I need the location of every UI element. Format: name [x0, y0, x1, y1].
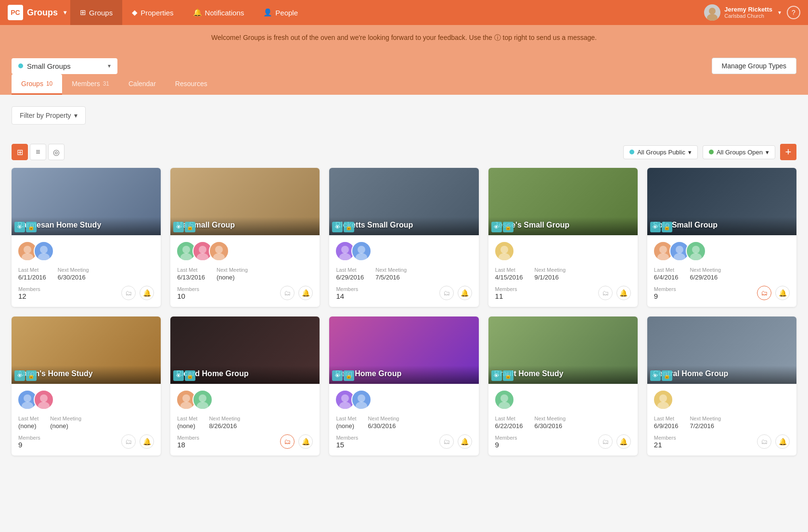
plan-center-button[interactable]: 🗂: [121, 286, 136, 300]
banner-text: Welcome! Groups is fresh out of the oven…: [211, 34, 597, 41]
plan-center-button[interactable]: 🗂: [439, 434, 454, 449]
map-view-button[interactable]: ◎: [48, 144, 64, 160]
group-type-selector[interactable]: Small Groups ▾: [12, 58, 117, 74]
svg-point-19: [657, 253, 669, 260]
last-met-value: 6/11/2016: [18, 274, 46, 281]
card-meta-row: Last Met (none) Next Meeting 6/30/2016: [336, 416, 472, 430]
notification-button[interactable]: 🔔: [616, 286, 631, 300]
nav-items: ⊞ Groups ◆ Properties 🔔 Notifications 👤 …: [70, 0, 308, 25]
add-group-button[interactable]: +: [780, 144, 796, 160]
tabs: Groups 10 Members 31 Calendar Resources: [12, 74, 796, 95]
lock-badge: 🔓: [503, 222, 513, 232]
nav-logo[interactable]: PC Groups ▾: [8, 5, 66, 20]
manage-group-types-button[interactable]: Manage Group Types: [712, 58, 796, 74]
svg-point-2: [24, 246, 31, 253]
nav-people-label: People: [275, 9, 298, 17]
members-info: Members 18: [177, 435, 199, 449]
group-card-solo[interactable]: 👁 🔓 Solo Small Group: [647, 168, 796, 307]
logo-dropdown-arrow[interactable]: ▾: [64, 9, 66, 16]
last-met: Last Met 6/22/2016: [495, 416, 523, 430]
notification-button[interactable]: 🔔: [458, 286, 472, 300]
list-view-button[interactable]: ≡: [30, 144, 46, 160]
view-options: ⊞ ≡ ◎: [12, 144, 64, 160]
notification-button[interactable]: 🔔: [140, 434, 154, 449]
nav-item-properties[interactable]: ◆ Properties: [122, 0, 183, 25]
next-meeting-label: Next Meeting: [209, 416, 240, 421]
plan-center-button[interactable]: 🗂: [439, 286, 454, 300]
nav-item-groups[interactable]: ⊞ Groups: [70, 0, 122, 25]
all-groups-public-filter[interactable]: All Groups Public ▾: [623, 145, 698, 159]
card-members-row: Members 10 🗂 🔔: [177, 286, 313, 300]
grid-view-button[interactable]: ⊞: [12, 144, 28, 160]
plan-center-button[interactable]: 🗂: [598, 286, 613, 300]
card-image: 👁 🔓 Picard Home Group: [170, 317, 320, 384]
card-badges: 👁 🔓: [329, 219, 357, 235]
card-members-row: Members 9 🗂 🔔: [654, 286, 790, 300]
next-meeting-label: Next Meeting: [50, 416, 81, 421]
svg-point-3: [22, 253, 33, 260]
last-met: Last Met (none): [18, 416, 38, 430]
plan-center-button[interactable]: 🗂: [757, 434, 771, 449]
notification-button[interactable]: 🔔: [140, 286, 154, 300]
main-content: Filter by Property ▾ ⊞ ≡ ◎ All Groups Pu…: [0, 95, 808, 467]
plan-center-button[interactable]: 🗂: [757, 286, 771, 300]
avatar: [494, 390, 514, 410]
tab-members-count: 31: [103, 80, 109, 87]
svg-point-32: [341, 394, 349, 402]
members-count: 10: [177, 292, 199, 300]
all-groups-open-filter[interactable]: All Groups Open ▾: [703, 145, 775, 159]
plan-center-button[interactable]: 🗂: [121, 434, 136, 449]
card-avatars: [170, 235, 320, 261]
notification-button[interactable]: 🔔: [458, 434, 472, 449]
last-met-value: 6/13/2016: [177, 274, 205, 281]
group-card-berg[interactable]: 👁 🔓 Berg Home Group Last Met (none): [329, 317, 478, 456]
group-card-ricketts[interactable]: 👁 🔓 Ricketts Small Group Last Met 6/29/2: [329, 168, 478, 307]
svg-point-24: [24, 394, 31, 402]
plan-center-icon: 🗂: [761, 289, 768, 297]
members-count: 9: [18, 441, 40, 449]
notification-button[interactable]: 🔔: [775, 434, 790, 449]
group-card-aaron[interactable]: 👁 🔓 Aaron's Home Study Last Met (none): [12, 317, 161, 456]
group-card-central[interactable]: 👁 🔓 Central Home Group Last Met 6/9/2016…: [647, 317, 796, 456]
plan-center-button[interactable]: 🗂: [280, 286, 295, 300]
members-info: Members 21: [654, 435, 676, 449]
group-card-brault[interactable]: 👁 🔓 Brault Home Study Last Met 6/22/2016…: [488, 317, 638, 456]
next-meeting-label: Next Meeting: [534, 416, 565, 421]
members-label: Members: [177, 286, 199, 292]
visibility-badge: 👁: [650, 222, 661, 232]
avatar: [686, 241, 706, 261]
last-met: Last Met (none): [336, 416, 356, 430]
next-meeting-label: Next Meeting: [217, 267, 248, 273]
nav-user[interactable]: Jeremy Ricketts Carlsbad Church ▾: [704, 4, 781, 21]
card-members-row: Members 11 🗂 🔔: [495, 286, 631, 300]
help-button[interactable]: ?: [787, 6, 800, 19]
tab-groups-label: Groups: [21, 80, 43, 88]
avatar: [34, 241, 54, 261]
notification-button[interactable]: 🔔: [298, 434, 313, 449]
group-type-label: Small Groups: [27, 62, 104, 70]
group-card-jesse[interactable]: 👁 🔓 Jesse's Small Group Last Met 4/15/20…: [488, 168, 638, 307]
next-meeting-value: 8/26/2016: [209, 422, 240, 430]
notification-button[interactable]: 🔔: [298, 286, 313, 300]
user-dropdown-arrow[interactable]: ▾: [778, 9, 781, 16]
group-card-ma[interactable]: 👁 🔓 Ma Small Group: [170, 168, 320, 307]
logo-text: Groups: [27, 8, 58, 18]
nav-item-people[interactable]: 👤 People: [254, 0, 308, 25]
group-card-parmesan[interactable]: 👁 🔓 Parmesan Home Study Last Met 6/11/20: [12, 168, 161, 307]
plan-center-button[interactable]: 🗂: [280, 434, 295, 449]
group-card-picard[interactable]: 👁 🔓 Picard Home Group Last Met (none): [170, 317, 320, 456]
filter-by-property[interactable]: Filter by Property ▾: [12, 106, 86, 125]
tab-calendar[interactable]: Calendar: [119, 74, 166, 95]
notification-button[interactable]: 🔔: [616, 434, 631, 449]
plan-center-button[interactable]: 🗂: [598, 434, 613, 449]
open-filter-label: All Groups Open: [717, 149, 763, 156]
svg-point-34: [358, 394, 365, 402]
tab-resources[interactable]: Resources: [166, 74, 217, 95]
properties-icon: ◆: [132, 8, 138, 17]
tab-members[interactable]: Members 31: [62, 74, 119, 95]
nav-item-notifications[interactable]: 🔔 Notifications: [183, 0, 254, 25]
notification-button[interactable]: 🔔: [775, 286, 790, 300]
tab-groups[interactable]: Groups 10: [12, 74, 62, 95]
tab-groups-count: 10: [46, 80, 52, 87]
svg-point-16: [500, 246, 508, 253]
